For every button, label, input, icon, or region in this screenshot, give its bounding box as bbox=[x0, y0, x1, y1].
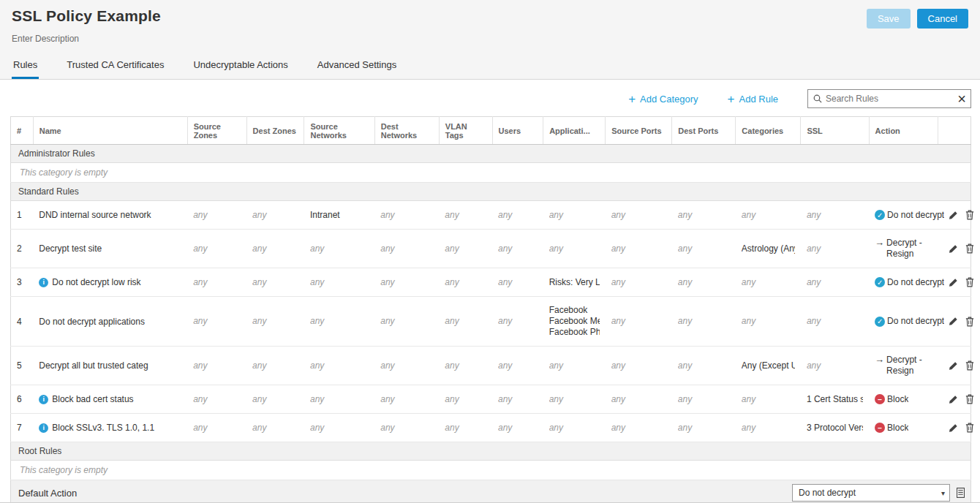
cell-source-networks: any bbox=[304, 385, 374, 414]
cell-rule-number: 1 bbox=[11, 201, 34, 230]
edit-rule-button[interactable] bbox=[947, 276, 960, 288]
cell-categories: any bbox=[736, 268, 801, 297]
cell-value: Facebook bbox=[549, 305, 600, 316]
cell-value: any bbox=[252, 210, 298, 221]
column-header-controls bbox=[938, 117, 970, 145]
cell-value: any bbox=[380, 277, 433, 288]
tab-trusted-ca-certificates[interactable]: Trusted CA Certificates bbox=[65, 54, 165, 79]
category-header-row-administrator-rules: Administrator Rules bbox=[11, 145, 971, 163]
do-not-decrypt-icon: ✓ bbox=[875, 317, 885, 327]
clear-search-icon[interactable]: × bbox=[957, 93, 966, 105]
edit-rule-button[interactable] bbox=[947, 360, 960, 371]
action-label: Block bbox=[887, 394, 908, 405]
cell-rule-number: 2 bbox=[11, 230, 34, 268]
cell-value: any bbox=[498, 394, 538, 405]
default-action-select[interactable]: Do not decrypt ▾ bbox=[792, 484, 950, 502]
cell-value: any bbox=[742, 316, 795, 327]
column-header-users: Users bbox=[492, 117, 543, 145]
cell-value: any bbox=[445, 360, 486, 371]
cell-value: any bbox=[193, 360, 241, 371]
cell-users: any bbox=[492, 414, 543, 442]
cell-rule-number: 4 bbox=[11, 297, 34, 347]
delete-rule-button[interactable] bbox=[963, 243, 976, 254]
action-label: Decrypt -Resign bbox=[886, 238, 922, 260]
empty-category-text: This category is empty bbox=[11, 461, 971, 480]
delete-rule-button[interactable] bbox=[963, 422, 976, 434]
cell-vlan-tags: any bbox=[439, 385, 492, 414]
action-label-line: Resign bbox=[886, 249, 922, 260]
cell-value: any bbox=[611, 243, 666, 254]
category-header-row-standard-rules: Standard Rules bbox=[11, 183, 971, 201]
cell-value: any bbox=[498, 423, 538, 434]
rule-name: Do not decrypt applications bbox=[39, 317, 181, 327]
tab-undecryptable-actions[interactable]: Undecryptable Actions bbox=[192, 54, 289, 79]
cell-value: any bbox=[742, 423, 795, 434]
save-button[interactable]: Save bbox=[867, 9, 911, 29]
edit-rule-button[interactable] bbox=[947, 316, 960, 328]
search-rules-input[interactable] bbox=[826, 94, 954, 104]
edit-rule-button[interactable] bbox=[947, 243, 960, 254]
cell-applications: Risks: Very Lov bbox=[543, 268, 606, 297]
cell-vlan-tags: any bbox=[439, 297, 492, 347]
cell-source-networks: any bbox=[304, 268, 374, 297]
cell-value: any bbox=[252, 243, 298, 254]
cell-dest-zones: any bbox=[246, 230, 304, 268]
delete-rule-button[interactable] bbox=[963, 360, 976, 371]
cell-vlan-tags: any bbox=[439, 201, 492, 230]
default-action-log-icon[interactable] bbox=[957, 488, 965, 498]
delete-rule-button[interactable] bbox=[963, 393, 976, 405]
cell-dest-zones: any bbox=[246, 201, 304, 230]
cell-value: any bbox=[807, 243, 863, 254]
add-rule-label: Add Rule bbox=[739, 94, 778, 105]
edit-rule-button[interactable] bbox=[947, 209, 960, 221]
tab-advanced-settings[interactable]: Advanced Settings bbox=[316, 54, 398, 79]
column-header-source-networks: Source Networks bbox=[304, 117, 374, 145]
cell-value: any bbox=[549, 394, 600, 405]
policy-description[interactable]: Enter Description bbox=[12, 34, 968, 44]
cell-value: any bbox=[807, 210, 863, 221]
cell-value: any bbox=[611, 394, 666, 405]
cell-value: any bbox=[252, 394, 298, 405]
edit-rule-button[interactable] bbox=[947, 422, 960, 434]
cell-value: any bbox=[193, 394, 241, 405]
cell-action: ✓Do not decrypt bbox=[869, 268, 938, 297]
cell-dest-networks: any bbox=[374, 385, 439, 414]
delete-rule-button[interactable] bbox=[963, 209, 976, 221]
dropdown-caret-icon: ▾ bbox=[941, 489, 945, 497]
cell-users: any bbox=[492, 347, 543, 385]
delete-rule-button[interactable] bbox=[963, 316, 976, 328]
action: ✓Do not decrypt bbox=[875, 210, 932, 221]
action-label-line: Resign bbox=[886, 366, 922, 377]
add-category-button[interactable]: + Add Category bbox=[628, 94, 698, 105]
cell-vlan-tags: any bbox=[439, 347, 492, 385]
cell-dest-zones: any bbox=[246, 385, 304, 414]
cell-ssl: 1 Cert Status se bbox=[801, 385, 869, 414]
cell-source-zones: any bbox=[187, 201, 246, 230]
tab-rules[interactable]: Rules bbox=[12, 54, 39, 79]
cell-source-zones: any bbox=[187, 347, 246, 385]
cancel-button[interactable]: Cancel bbox=[917, 9, 968, 29]
default-action-label: Default Action bbox=[18, 488, 77, 499]
column-header-dest-zones: Dest Zones bbox=[246, 117, 304, 145]
cell-value: any bbox=[380, 243, 433, 254]
delete-rule-button[interactable] bbox=[963, 276, 976, 288]
empty-category-text: This category is empty bbox=[11, 163, 971, 183]
cell-ssl: 3 Protocol Versi bbox=[801, 414, 869, 442]
action-label: Do not decrypt bbox=[887, 210, 944, 221]
column-header-vlan-tags: VLAN Tags bbox=[439, 117, 492, 145]
action-label: Block bbox=[887, 423, 908, 434]
add-rule-button[interactable]: + Add Rule bbox=[728, 94, 778, 105]
cell-applications: any bbox=[543, 347, 606, 385]
cell-users: any bbox=[492, 385, 543, 414]
rule-name-text: Block SSLv3. TLS 1.0, 1.1 bbox=[52, 423, 154, 433]
default-action-row: Default Action Do not decrypt ▾ bbox=[10, 480, 971, 503]
edit-rule-button[interactable] bbox=[947, 393, 960, 405]
category-header-row-root-rules: Root Rules bbox=[11, 442, 971, 461]
column-header-blank: # bbox=[11, 117, 34, 145]
cell-categories: any bbox=[736, 297, 801, 347]
action: −Block bbox=[875, 394, 932, 405]
rule-row-4: 4Do not decrypt applicationsanyanyanyany… bbox=[11, 297, 971, 347]
cell-value: any bbox=[498, 243, 538, 254]
rule-name: Decrypt test site bbox=[39, 243, 181, 254]
cell-value: any bbox=[498, 316, 538, 327]
